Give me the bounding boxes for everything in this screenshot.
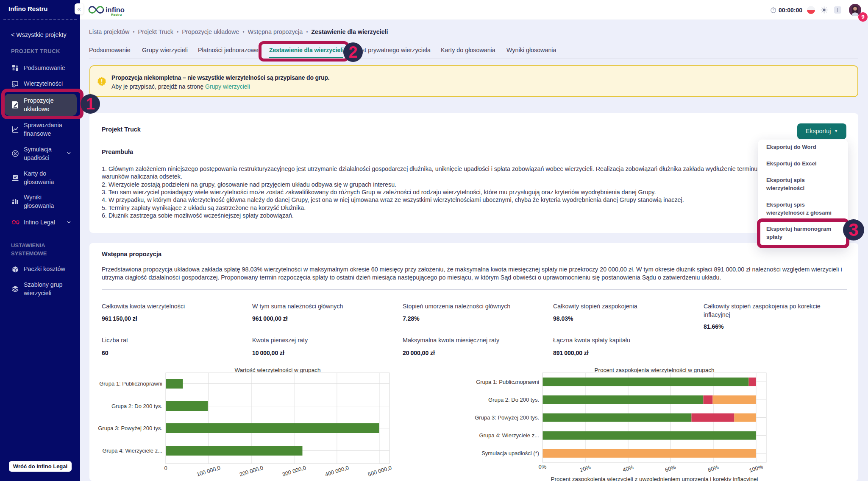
svg-text:60%: 60% <box>664 464 677 473</box>
svg-text:Grupa 3: Powyżej 200 tys.: Grupa 3: Powyżej 200 tys. <box>475 414 539 421</box>
svg-text:0%: 0% <box>539 464 547 470</box>
svg-text:Grupa 1: Publicznoprawni: Grupa 1: Publicznoprawni <box>99 380 162 387</box>
svg-text:Grupa 4: Wierzyciele z...: Grupa 4: Wierzyciele z... <box>479 432 539 439</box>
svg-text:Restru: Restru <box>111 13 122 17</box>
svg-text:Symulacja upadłości (*): Symulacja upadłości (*) <box>481 450 539 456</box>
svg-text:Procent zaspokojenia wierzytel: Procent zaspokojenia wierzytelności w gr… <box>595 367 715 373</box>
svg-text:80%: 80% <box>707 464 720 473</box>
svg-text:Grupa 3: Powyżej 200 tys.: Grupa 3: Powyżej 200 tys. <box>98 425 162 431</box>
svg-text:400 000,0: 400 000,0 <box>324 464 350 478</box>
svg-text:Wartość wierzytelności w grupa: Wartość wierzytelności w grupach <box>235 367 321 373</box>
svg-text:Grupa 1: Publicznoprawni: Grupa 1: Publicznoprawni <box>476 379 539 385</box>
svg-text:200 000,0: 200 000,0 <box>239 464 264 478</box>
svg-text:500 000,0: 500 000,0 <box>367 464 392 478</box>
svg-text:Grupa 4: Wierzyciele z...: Grupa 4: Wierzyciele z... <box>102 447 162 454</box>
svg-text:0: 0 <box>164 465 167 471</box>
svg-text:s: s <box>13 84 14 87</box>
svg-text:Grupa 2: Do 200 tys.: Grupa 2: Do 200 tys. <box>488 397 539 403</box>
svg-text:100 000,0: 100 000,0 <box>196 464 221 478</box>
svg-text:300 000,0: 300 000,0 <box>281 464 307 478</box>
svg-text:40%: 40% <box>622 464 634 473</box>
svg-text:Procent zaspokojenia wierzycie: Procent zaspokojenia wierzycieli z uwzgl… <box>551 476 758 481</box>
svg-text:Grupa 2: Do 200 tys.: Grupa 2: Do 200 tys. <box>111 403 162 409</box>
svg-text:20%: 20% <box>579 464 592 473</box>
svg-text:100%: 100% <box>748 463 764 473</box>
